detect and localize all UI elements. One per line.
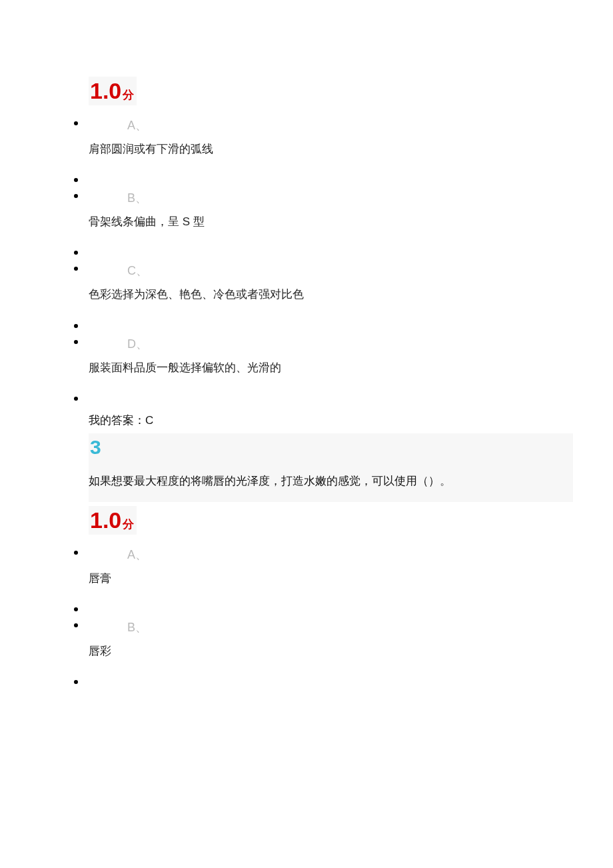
option-letter: B、 [127,190,573,206]
option-item: C、 色彩选择为深色、艳色、冷色或者强对比色 [89,263,573,303]
bullet-icon [74,121,78,125]
spacer [89,393,573,409]
bullet-icon [74,267,78,271]
option-item: A、 唇膏 [89,547,573,587]
spacer [89,247,573,263]
score-badge: 1.0分 [89,506,137,535]
spacer [89,676,573,692]
bullet-icon [74,551,78,555]
option-letter: A、 [127,117,573,133]
option-item: B、 唇彩 [89,619,573,660]
option-text: 服装面料品质一般选择偏软的、光滑的 [89,359,573,377]
question-number: 3 [90,436,101,458]
option-item: A、 肩部圆润或有下滑的弧线 [89,117,573,158]
score-unit: 分 [123,89,134,101]
answer-label: 我的答案： [89,414,145,427]
score-unit: 分 [123,518,134,531]
bullet-icon [74,607,78,611]
bullet-icon [74,178,78,182]
bullet-icon [74,340,78,344]
option-letter: D、 [127,336,573,352]
q3-options: A、 唇膏 B、 唇彩 [89,547,573,692]
question-text: 如果想要最大程度的将嘴唇的光泽度，打造水嫩的感觉，可以使用（）。 [89,460,573,502]
spacer [89,320,573,336]
option-letter: A、 [127,547,573,563]
answer-value: C [145,414,153,427]
bullet-icon [74,324,78,328]
option-text: 骨架线条偏曲，呈 S 型 [89,213,573,231]
option-letter: B、 [127,619,573,635]
spacer [89,174,573,190]
score-badge: 1.0分 [89,77,137,105]
option-text: 唇膏 [89,569,573,587]
option-item: D、 服装面料品质一般选择偏软的、光滑的 [89,336,573,377]
bullet-icon [74,397,78,401]
my-answer: 我的答案：C [89,413,573,428]
score-number: 1.0 [90,507,121,533]
question-number-box: 3 [89,433,573,460]
bullet-icon [74,194,78,198]
option-item: B、 骨架线条偏曲，呈 S 型 [89,190,573,231]
bullet-icon [74,623,78,627]
score-number: 1.0 [90,78,121,103]
bullet-icon [74,251,78,255]
spacer [89,603,573,619]
option-text: 唇彩 [89,642,573,660]
bullet-icon [74,680,78,684]
option-text: 肩部圆润或有下滑的弧线 [89,140,573,158]
q2-options: A、 肩部圆润或有下滑的弧线 B、 骨架线条偏曲，呈 S 型 C、 色彩选择为深… [89,117,573,409]
option-text: 色彩选择为深色、艳色、冷色或者强对比色 [89,285,573,303]
option-letter: C、 [127,263,573,279]
